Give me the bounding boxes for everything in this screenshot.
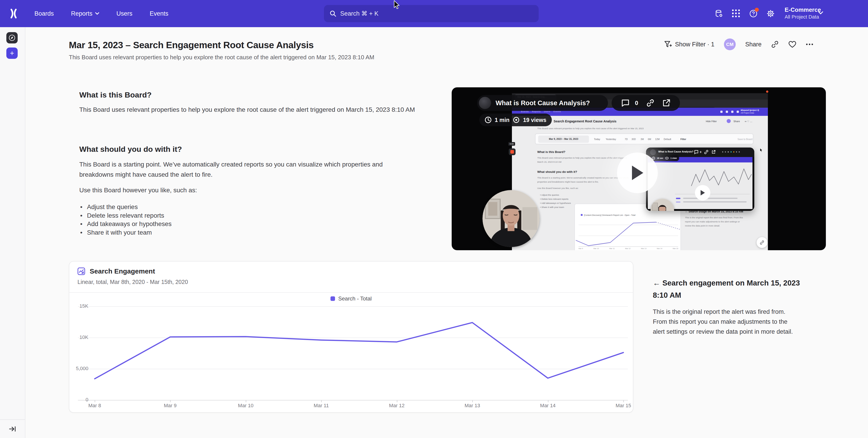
search-placeholder: Search ⌘ + K: [340, 10, 378, 17]
recorded-annotation-line: review the data point in more detail.: [685, 225, 720, 227]
recorded-date-range: Mar 9, 2023 – Mar 15, 2023: [538, 136, 589, 143]
share-button[interactable]: Share: [745, 41, 762, 48]
recorded-paragraph: properties and breakdowns might have cau…: [537, 180, 599, 183]
recorded-paragraph: Use this Board however you like, such as…: [537, 187, 579, 189]
recorded-share: Share: [734, 120, 740, 123]
video-open-icon[interactable]: [662, 99, 671, 107]
mixpanel-logo-icon[interactable]: [8, 8, 19, 19]
nested-comment-icon: [694, 150, 699, 154]
recorded-icons: ∞ ♡ …: [745, 120, 752, 123]
compass-icon: [9, 34, 16, 41]
copy-link-icon[interactable]: [771, 40, 779, 48]
search-input[interactable]: Search ⌘ + K: [324, 5, 539, 22]
project-selector[interactable]: E-Commerce All Project Data: [785, 6, 821, 20]
recorded-h1: What is this Board?: [537, 150, 565, 154]
explore-boards-button[interactable]: [6, 32, 18, 43]
recorded-h2: What should you do with it?: [537, 170, 577, 173]
video-recording-dot: [766, 91, 768, 93]
recorded-link-fab-icon: [756, 237, 768, 248]
nav-item-boards[interactable]: Boards: [34, 10, 54, 17]
recorded-range-option: 6M: [648, 138, 651, 140]
section-paragraph-3: Use this Board however you like, such as…: [79, 185, 417, 195]
board-controls: Show Filter · 1 CM Share: [664, 38, 813, 51]
show-filter-button[interactable]: Show Filter · 1: [664, 41, 714, 48]
play-button[interactable]: [617, 153, 658, 193]
recorded-bullet: Delete less relevant reports: [540, 198, 568, 200]
eye-icon: [513, 117, 520, 123]
data-management-icon[interactable]: [715, 9, 723, 18]
recorded-range-option: Default: [664, 138, 671, 140]
recorded-paragraph: This Board is a starting point. We've au…: [537, 176, 628, 179]
recorded-range-option: 30D: [631, 138, 636, 140]
video-stats-overlay: 1 min 19 views: [479, 113, 552, 126]
recorded-range-option: 7D: [625, 138, 628, 140]
recorded-range-option: 12M: [655, 138, 660, 140]
project-scope: All Project Data: [785, 13, 821, 20]
favorite-heart-icon[interactable]: [788, 41, 797, 48]
video-copy-link-icon[interactable]: [646, 99, 654, 107]
top-nav: Boards Reports Users Events Search ⌘ + K: [0, 0, 868, 27]
sidebar-expand-button[interactable]: [0, 419, 25, 438]
page-title: Mar 15, 2023 – Search Engagement Root Ca…: [69, 40, 314, 50]
recorded-range-option: Yesterday: [606, 138, 616, 140]
settings-gear-icon[interactable]: [767, 9, 775, 18]
nav-item-reports[interactable]: Reports: [71, 10, 99, 17]
video-author-avatar: [479, 97, 491, 109]
recorded-project-selector: Mixpanel (project 3)All Project Data: [741, 109, 759, 114]
nested-link-icon: [704, 150, 709, 154]
recorded-paragraph: This Board uses relevant properties to h…: [537, 157, 627, 159]
recorded-annotation-line: report you can make adjustments to the a…: [685, 221, 740, 223]
list-item: Adjust the queries: [79, 203, 172, 211]
nested-video-title: What is Root Cause Analysis?: [658, 150, 693, 153]
recorded-avatar: [727, 119, 731, 123]
nav-utility-icons: [715, 0, 775, 27]
video-duration: 1 min: [495, 117, 509, 123]
recorded-annotation-line: This is the original report the alert wa…: [685, 216, 743, 219]
nav-item-users[interactable]: Users: [117, 10, 132, 17]
nested-comment-count: 0: [700, 151, 701, 154]
recorded-board-subtitle: This Board uses relevant properties to h…: [537, 127, 644, 130]
video-player[interactable]: Mar 15, 2023 - Search Eng… Boards Report…: [452, 87, 826, 250]
report-card-search-engagement[interactable]: Search Engagement Linear, total, Mar 8th…: [69, 261, 633, 413]
annotation-body: This is the original report the alert wa…: [653, 307, 801, 337]
nested-browser-dots: [722, 151, 740, 153]
list-item: Share it with your team: [79, 228, 172, 237]
filter-plus-icon: [664, 41, 672, 48]
create-board-button[interactable]: +: [6, 47, 18, 59]
nested-play-button: [695, 185, 710, 200]
nav-item-events[interactable]: Events: [150, 10, 168, 17]
section-paragraph-1: This Board uses relevant properties to h…: [79, 104, 417, 115]
project-chevron-down-icon[interactable]: [818, 11, 823, 14]
plus-icon: +: [10, 49, 14, 58]
recorded-hide-filter: Hide Filter: [706, 120, 717, 123]
recorded-board-title: Search Engagement Root Cause Analysis: [554, 120, 616, 123]
apps-grid-icon[interactable]: [732, 9, 740, 18]
video-comment-count: 0: [635, 100, 638, 107]
page-subtitle: This Board uses relevant properties to h…: [69, 54, 374, 61]
chevron-down-icon: [95, 12, 99, 15]
recorded-bullet: Adjust the queries: [540, 194, 559, 196]
project-name: E-Commerce: [785, 6, 821, 13]
recorded-chart-x-axis: Mar 9Mar 10Mar 11Mar 12Mar 13Mar 14Mar 1…: [579, 247, 678, 249]
nested-avatar: [650, 149, 656, 155]
mixpanel-board-page: Boards Reports Users Events Search ⌘ + K: [0, 0, 868, 438]
more-options-icon[interactable]: [806, 43, 813, 45]
recorded-bullet: Add takeaways or hypotheses: [540, 202, 571, 204]
recorded-date-controls: Mar 9, 2023 – Mar 15, 2023 Today Yesterd…: [535, 133, 753, 144]
help-icon[interactable]: [749, 9, 757, 18]
section-paragraph-2: This Board is a starting point. We’ve au…: [79, 159, 417, 180]
user-avatar[interactable]: CM: [724, 38, 736, 50]
video-cursor: [760, 148, 763, 153]
primary-nav: Boards Reports Users Events: [34, 10, 168, 17]
nested-open-icon: [711, 150, 716, 154]
left-sidebar: +: [0, 27, 25, 438]
presenter-webcam-bubble: [483, 190, 539, 247]
nested-video-device: What is Root Cause Analysis? 0: [646, 147, 754, 211]
annotation-heading: ← Search engagement on March 15, 2023 8:…: [653, 277, 801, 301]
recording-timer-badge: 0:08: [508, 142, 515, 146]
recorded-save-to-board: Save to Board: [738, 138, 752, 140]
record-stop-button: [509, 148, 516, 155]
list-item: Delete less relevant reports: [79, 211, 172, 220]
video-comments-icon[interactable]: [621, 99, 630, 107]
video-title-overlay: What is Root Cause Analysis?: [477, 95, 608, 111]
